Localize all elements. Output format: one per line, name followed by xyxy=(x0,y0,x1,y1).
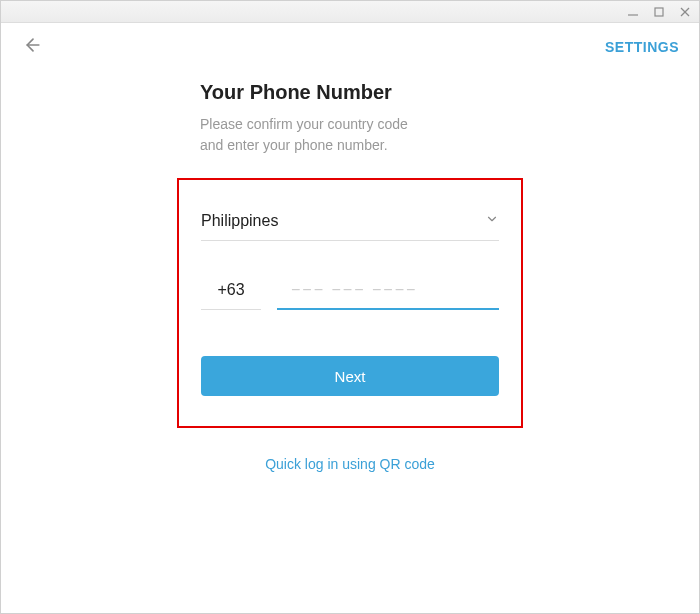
main-content: Your Phone Number Please confirm your co… xyxy=(1,71,699,472)
country-select[interactable]: Philippines xyxy=(201,206,499,241)
subtitle-line-2: and enter your phone number. xyxy=(200,137,388,153)
phone-input-row xyxy=(201,275,499,310)
settings-link[interactable]: SETTINGS xyxy=(605,39,679,55)
form-highlight-box: Philippines Next xyxy=(177,178,523,428)
top-navbar: SETTINGS xyxy=(1,23,699,71)
country-name: Philippines xyxy=(201,212,278,230)
dial-code-field[interactable] xyxy=(201,275,261,310)
qr-login-link[interactable]: Quick log in using QR code xyxy=(265,456,435,472)
back-button[interactable] xyxy=(21,35,45,59)
subtitle-line-1: Please confirm your country code xyxy=(200,116,408,132)
window-close-button[interactable] xyxy=(679,6,691,18)
back-arrow-icon xyxy=(23,35,43,59)
heading-block: Your Phone Number Please confirm your co… xyxy=(200,81,500,156)
chevron-down-icon xyxy=(485,212,499,230)
page-subtitle: Please confirm your country code and ent… xyxy=(200,114,500,156)
window-maximize-button[interactable] xyxy=(653,6,665,18)
window-titlebar xyxy=(1,1,699,23)
page-title: Your Phone Number xyxy=(200,81,500,104)
next-button[interactable]: Next xyxy=(201,356,499,396)
window-minimize-button[interactable] xyxy=(627,6,639,18)
phone-number-field[interactable] xyxy=(277,275,499,310)
svg-rect-1 xyxy=(655,8,663,16)
